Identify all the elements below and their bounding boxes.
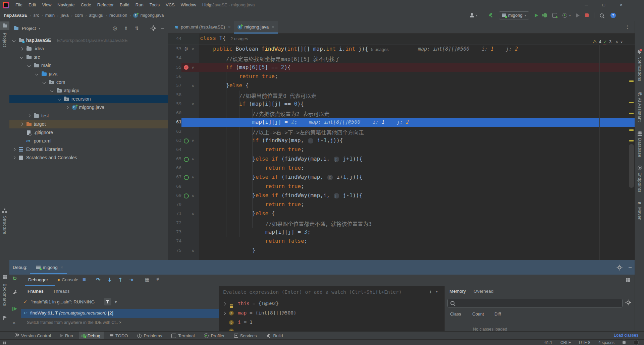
profiler-button[interactable]	[562, 13, 567, 18]
tab-overhead[interactable]: Overhead	[474, 289, 493, 294]
more-tabs-icon[interactable]: ⋮	[625, 24, 630, 30]
status-caret-position[interactable]: 61:1	[544, 340, 552, 345]
panels-icon[interactable]	[3, 342, 4, 343]
menu-refactor[interactable]: Refactor	[94, 0, 117, 10]
chevron-right-icon[interactable]	[223, 302, 226, 305]
thread-selector[interactable]: ✓"main"@1 in g...ain": RUNNING▾	[21, 297, 219, 307]
chevron-down-icon[interactable]: ▾	[436, 290, 438, 294]
close-window-icon[interactable]: ×	[613, 0, 629, 10]
search-icon[interactable]	[600, 13, 604, 17]
project-view-caret-icon[interactable]: ▾	[39, 26, 40, 30]
line-number[interactable]: 57	[168, 83, 181, 88]
code-line[interactable]: 53@∨public Boolean findWay(int[][] map,i…	[168, 45, 635, 54]
line-number[interactable]: 59	[168, 101, 181, 106]
sidebar-item-bookmarks[interactable]: Bookmarks	[2, 284, 7, 306]
code-line[interactable]: 59∨if (map[i][j] == 0){	[168, 100, 635, 109]
tree-row[interactable]: main	[9, 61, 168, 70]
tree-row[interactable]: src	[9, 53, 168, 61]
editor-tab-migong[interactable]: Cmigong.java×	[234, 21, 278, 33]
warning-stripe-mark[interactable]	[629, 113, 634, 114]
code-line[interactable]: 72//如果四个位置都走不通，就将该位置置为3	[168, 219, 635, 228]
stop-button[interactable]	[585, 13, 589, 17]
toolwindow-button-build[interactable]: Build	[263, 332, 286, 340]
code-line[interactable]: 62//以上->右->下->左的策略往其他四个方向走	[168, 127, 635, 136]
menu-tools[interactable]: Tools	[147, 0, 163, 10]
breadcrumb-item[interactable]: atguigu	[89, 13, 103, 18]
close-tip-icon[interactable]: ×	[118, 320, 122, 325]
warning-stripe-mark[interactable]	[629, 140, 634, 141]
breadcrumb-item[interactable]: com	[75, 13, 83, 18]
tree-row[interactable]: Scratches and Consoles	[9, 154, 168, 162]
code-line[interactable]: 68return true;	[168, 182, 635, 191]
breadcrumb-item[interactable]: migong.java	[140, 13, 164, 18]
structure-icon[interactable]	[4, 209, 5, 210]
step-out-icon[interactable]: ↑	[118, 277, 122, 283]
menu-code[interactable]: Code	[78, 0, 94, 10]
more-actions-icon[interactable]: »	[13, 320, 15, 326]
breadcrumb-item[interactable]: hspJavaSE	[4, 13, 27, 18]
fold-marker-icon[interactable]: ∧	[190, 157, 196, 161]
line-number[interactable]: 55	[168, 65, 181, 70]
status-indent[interactable]: 4 spaces	[598, 340, 614, 345]
menu-vcs[interactable]: VCS	[163, 0, 178, 10]
menu-view[interactable]: View	[39, 0, 54, 10]
next-problem-icon[interactable]: ∨	[620, 40, 623, 44]
run-to-cursor-icon[interactable]: ⇥	[129, 277, 133, 283]
code-line[interactable]: 69∧}else if (findWay(map,i, j: j-1)){	[168, 191, 635, 200]
breadcrumb-item[interactable]: src	[33, 13, 39, 18]
run-button[interactable]	[535, 13, 538, 17]
warning-stripe-mark[interactable]	[629, 102, 634, 103]
tree-row[interactable]: hspJavaSEE:\workplace01\javaSE\hspJavaSE	[9, 36, 168, 45]
tree-row[interactable]: target	[9, 120, 168, 128]
tree-row[interactable]: .idea	[9, 45, 168, 53]
line-number[interactable]: 73	[168, 229, 181, 234]
tab-memory[interactable]: Memory	[449, 289, 466, 294]
evaluate-expression-input[interactable]: Evaluate expression (Enter) or add a wat…	[219, 286, 445, 298]
project-strip-label[interactable]: Project	[2, 33, 7, 47]
add-watch-icon[interactable]: +	[429, 289, 432, 295]
filter-button[interactable]	[104, 298, 111, 305]
step-over-icon[interactable]: ↷	[96, 277, 100, 283]
gear-icon[interactable]	[152, 26, 155, 30]
line-number[interactable]: 62	[168, 129, 181, 134]
prev-problem-icon[interactable]: ∧	[615, 40, 618, 44]
maven-icon[interactable]: m	[638, 200, 641, 205]
update-icon[interactable]: ↑	[610, 13, 616, 18]
code-line[interactable]: 73map[i][j] = 3;	[168, 228, 635, 237]
menu-window[interactable]: Window	[178, 0, 199, 10]
variable-row[interactable]: pmap = {int[8][]@500}	[219, 308, 445, 318]
usages-hint[interactable]: 2 usages	[230, 36, 248, 41]
fold-marker-icon[interactable]: ∧	[190, 248, 196, 253]
status-encoding[interactable]: UTF-8	[579, 340, 590, 345]
readonly-lock-icon[interactable]	[623, 341, 626, 344]
variable-row[interactable]: pi = 1	[219, 318, 445, 327]
fold-marker-icon[interactable]: ∧	[190, 83, 196, 88]
fold-marker-icon[interactable]: ∧	[190, 175, 196, 179]
line-number[interactable]: 54	[168, 55, 181, 60]
column-header-class[interactable]: Class	[450, 311, 461, 317]
minimize-panel-icon[interactable]: ─	[629, 265, 632, 270]
line-number[interactable]: 64	[168, 147, 181, 152]
expand-all-icon[interactable]: ⇕	[124, 25, 128, 31]
code-line[interactable]: 67∧}else if (findWay(map, i: i+1,j)){	[168, 173, 635, 182]
line-number[interactable]: 60	[168, 110, 181, 115]
usages-hint[interactable]: 5 usages	[371, 47, 389, 52]
line-number[interactable]: 63	[168, 138, 181, 143]
close-tab-icon[interactable]: ×	[272, 24, 274, 30]
sidebar-item-ai-assistant[interactable]: AI Assistant	[637, 98, 642, 122]
frame-row[interactable]: ↩findWay:61, T (com.atguigu.recursion) […	[21, 309, 219, 318]
sidebar-item-database[interactable]: Database	[637, 138, 642, 158]
tab-console[interactable]: Console	[62, 277, 78, 282]
at-icon[interactable]: @	[638, 91, 642, 97]
toolwindow-button-profiler[interactable]: Profiler	[201, 332, 228, 340]
fold-marker-icon[interactable]: ∨	[190, 65, 196, 70]
tree-row[interactable]: External Libraries	[9, 145, 168, 154]
line-number[interactable]: 58	[168, 92, 181, 97]
menu-build[interactable]: Build	[117, 0, 132, 10]
chevron-down-icon[interactable]: ▾	[115, 299, 117, 304]
maximize-window-icon[interactable]: □	[596, 0, 611, 10]
breakpoint-icon[interactable]: ✓	[183, 65, 190, 70]
menu-navigate[interactable]: Navigate	[54, 0, 77, 10]
editor-tab-pom[interactable]: mpom.xml (hspJavaSE)×	[171, 21, 234, 33]
fold-marker-icon[interactable]: ∨	[190, 102, 196, 106]
